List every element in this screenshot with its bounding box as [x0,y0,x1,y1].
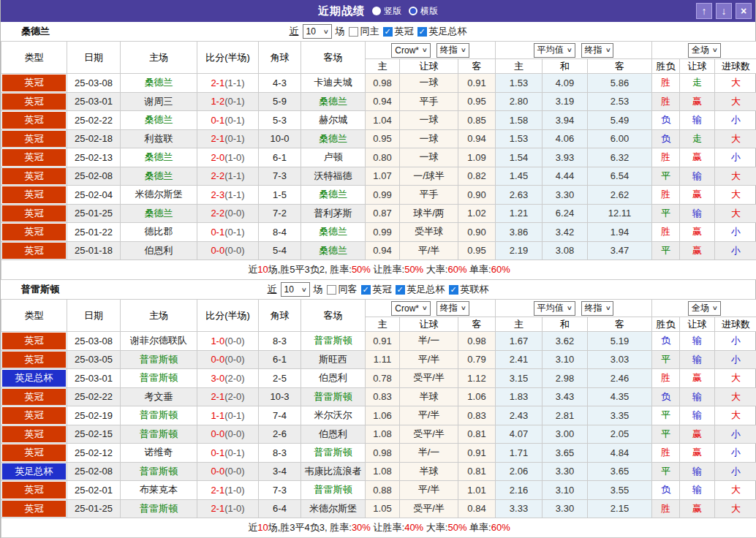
team-name: 桑德兰 [21,25,50,38]
move-up-button[interactable]: ↑ [696,3,712,19]
cell-away-team: 普雷斯顿 [301,444,366,463]
table-row: 英冠25-02-13桑德兰2-0(1-0)6-1卢顿0.80一球1.091.54… [1,148,756,167]
match-count-select[interactable]: 10∨ [281,282,310,297]
cell-result-goals: 小 [715,111,756,130]
cell-away-team: 卡迪夫城 [301,74,366,93]
table-row: 英冠25-03-08谢菲尔德联队1-0(0-0)8-3普雷斯顿0.91半/一0.… [1,332,756,351]
table-row: 英冠25-01-22德比郡0-1(0-1)8-4桑德兰0.99受半球0.903.… [1,223,756,242]
layout-radio-horizontal[interactable]: 横版 [409,5,438,18]
cell-date: 25-02-22 [67,387,121,406]
cell-odds-home: 0.78 [366,369,400,388]
cell-odds-away: 1.06 [458,387,496,406]
cell-result-wdl: 平 [652,425,680,444]
cell-away-team: 赫尔城 [301,111,366,130]
cell-result-goals: 大 [715,74,756,93]
league-checkbox[interactable]: ✓英足总杯 [417,25,467,38]
cell-odds-away: 0.81 [458,462,496,481]
cell-away-team: 桑德兰 [301,223,366,242]
cell-score: 2-1(1-1) [197,74,259,93]
team-section: 普雷斯顿 近 10∨ 场 同客 ✓英冠✓英足总杯✓英联杯 [1,280,755,538]
cell-result-goals: 小 [715,332,756,351]
cell-odds-handicap: 一球 [400,111,458,130]
match-count-select[interactable]: 10∨ [303,24,332,39]
checkbox-checked-icon: ✓ [361,285,371,295]
euro-stage-select[interactable]: 终指∨ [581,43,614,58]
league-checkbox[interactable]: ✓英联杯 [449,283,489,296]
cell-score: 0-1(0-1) [197,111,259,130]
cell-date: 25-02-18 [67,129,121,148]
cell-result-wdl: 胜 [652,369,680,388]
cell-score: 2-2(1-1) [197,167,259,186]
same-venue-checkbox[interactable]: 同主 [349,25,379,38]
euro-stage-select[interactable]: 终指∨ [581,301,614,316]
chevron-down-icon: ∨ [422,305,428,311]
league-badge: 英足总杯 [2,370,66,387]
move-down-button[interactable]: ↓ [716,3,732,19]
cell-result-wdl: 负 [652,481,680,500]
cell-euro-away: 2.62 [588,186,652,205]
same-venue-checkbox[interactable]: 同客 [327,283,358,296]
league-checkbox[interactable]: ✓英冠 [361,283,392,296]
cell-odds-away: 0.82 [458,167,496,186]
result-scope-select[interactable]: 全场∨ [688,43,721,58]
col-header-result-goals: 进球数 [715,317,756,332]
cell-date: 25-02-04 [67,186,121,205]
odds-company-select[interactable]: Crow*∨ [391,301,431,316]
league-badge: 英冠 [2,444,66,461]
cell-home-team: 布莱克本 [121,481,197,500]
layout-radio-vertical[interactable]: 竖版 [372,5,401,18]
league-badge: 英冠 [2,205,66,222]
games-label: 场 [336,25,345,38]
cell-euro-home: 3.15 [496,369,543,388]
odds-company-select[interactable]: Crow*∨ [391,43,431,58]
cell-score: 1-2(0-1) [197,92,259,111]
result-group-header: 全场∨ [652,42,756,59]
cell-odds-handicap: 一球 [400,148,458,167]
cell-league-badge: 英冠 [1,129,67,148]
col-header-odds-handicap: 让球 [400,317,458,332]
cell-home-team: 诺维奇 [121,444,197,463]
cell-odds-away: 0.83 [458,406,496,425]
euro-source-select[interactable]: 平均值∨ [534,43,575,58]
result-scope-select[interactable]: 全场∨ [688,301,721,316]
cell-odds-handicap: 一/球半 [400,167,458,186]
chevron-down-icon: ∨ [461,47,466,53]
cell-euro-draw: 2.98 [543,369,588,388]
odds-stage-select[interactable]: 终指∨ [436,301,469,316]
cell-score: 1-1(0-1) [197,406,259,425]
cell-corners: 5-4 [259,241,301,260]
cell-result-wdl: 胜 [652,92,680,111]
close-button[interactable]: × [736,3,752,19]
odds-stage-select[interactable]: 终指∨ [436,43,469,58]
cell-euro-home: 1.53 [496,74,543,93]
cell-euro-draw: 3.10 [543,350,588,369]
cell-euro-away: 1.94 [588,223,652,242]
euro-group-header: 平均值∨ 终指∨ [496,42,652,59]
league-badge: 英冠 [2,94,66,110]
cell-euro-draw: 3.08 [543,241,588,260]
cell-away-team: 沃特福德 [301,167,366,186]
league-checkbox[interactable]: ✓英冠 [383,25,414,38]
league-checkbox-label: 英足总杯 [429,25,467,38]
cell-date: 25-02-13 [67,148,121,167]
league-checkbox[interactable]: ✓英足总杯 [396,283,445,296]
cell-league-badge: 英冠 [1,499,67,518]
col-header-odds-away: 客 [458,59,496,74]
cell-odds-home: 0.95 [366,129,400,148]
cell-result-handicap: 走 [680,129,715,148]
cell-date: 25-02-12 [67,444,121,463]
cell-euro-draw: 4.44 [543,167,588,186]
cell-score: 2-1(1-0) [197,481,259,500]
cell-result-goals: 大 [715,406,756,425]
chevron-down-icon: ∨ [605,305,611,311]
cell-euro-draw: 3.10 [543,481,588,500]
cell-euro-away: 3.35 [588,406,652,425]
summary-text: 近10场,胜3平4负3, 胜率:30% 让胜率:40% 大率:50% 单率:60… [1,518,756,538]
cell-euro-draw: 3.94 [543,111,588,130]
cell-odds-home: 0.99 [366,186,400,205]
table-row: 英冠25-02-15普雷斯顿0-0(0-0)2-6伯恩利1.08受平/半0.81… [1,425,756,444]
euro-source-select[interactable]: 平均值∨ [534,301,575,316]
cell-result-handicap: 赢 [680,223,715,242]
cell-score: 0-0(0-0) [197,241,259,260]
cell-date: 25-02-15 [67,425,121,444]
